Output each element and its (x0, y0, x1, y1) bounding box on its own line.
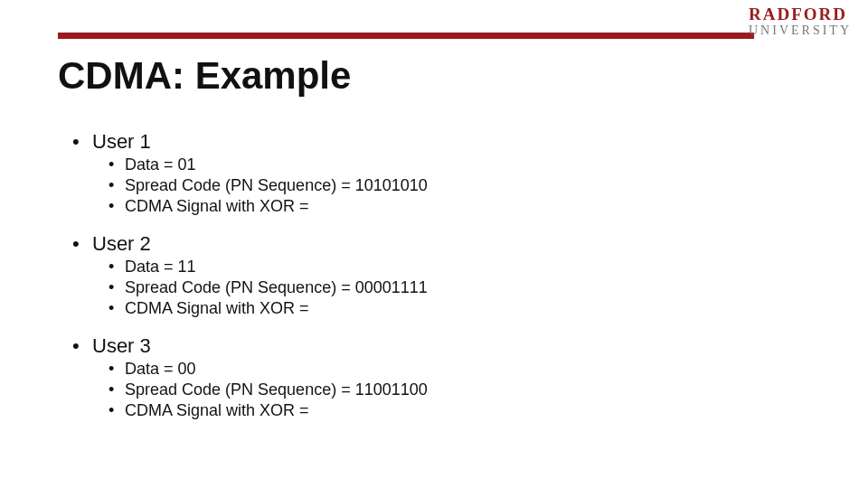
bullet-user-1: User 1 (72, 130, 814, 154)
bullet-user-2: User 2 (72, 232, 814, 256)
slide-body: User 1 Data = 01 Spread Code (PN Sequenc… (72, 127, 814, 436)
user1-signal: CDMA Signal with XOR = (108, 197, 814, 216)
user3-code: Spread Code (PN Sequence) = 11001100 (108, 380, 814, 399)
brand-logo: RADFORD UNIVERSITY (749, 5, 852, 37)
user1-code: Spread Code (PN Sequence) = 10101010 (108, 176, 814, 195)
header-rule (58, 33, 754, 39)
user2-signal: CDMA Signal with XOR = (108, 299, 814, 318)
user3-signal: CDMA Signal with XOR = (108, 401, 814, 420)
user2-code: Spread Code (PN Sequence) = 00001111 (108, 278, 814, 297)
user3-data: Data = 00 (108, 360, 814, 379)
brand-name: RADFORD (749, 5, 852, 23)
brand-sub: UNIVERSITY (749, 24, 852, 37)
user1-data: Data = 01 (108, 155, 814, 174)
bullet-user-3: User 3 (72, 334, 814, 358)
slide-title: CDMA: Example (58, 54, 351, 98)
user2-data: Data = 11 (108, 258, 814, 277)
